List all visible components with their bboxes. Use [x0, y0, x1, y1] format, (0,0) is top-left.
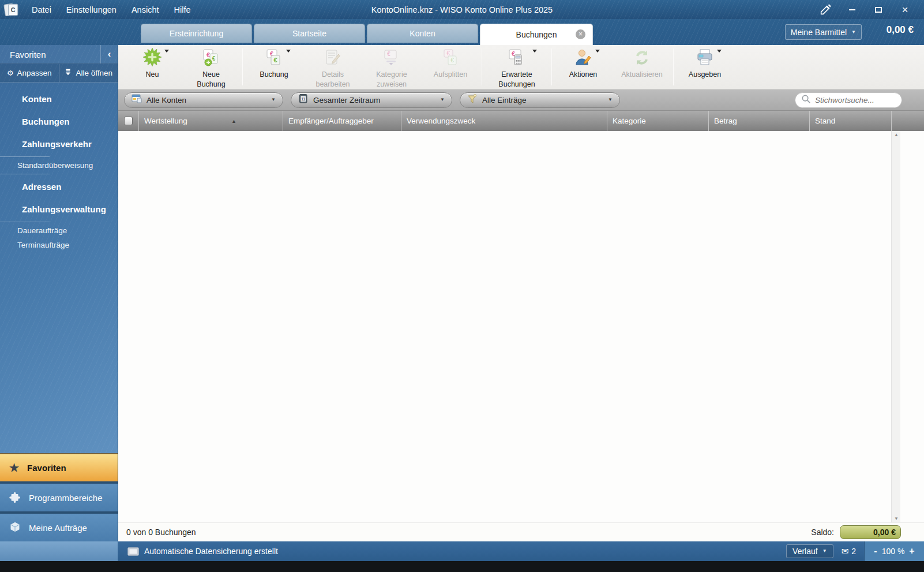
output-button[interactable]: Ausgeben — [675, 45, 734, 89]
timeframe-filter-dropdown[interactable]: 11 Gesamter Zeitraum ▼ — [291, 92, 452, 108]
minimize-button[interactable] — [839, 2, 865, 18]
print-icon — [695, 48, 715, 70]
column-filler — [891, 111, 924, 131]
sidebar-item-adressen[interactable]: Adressen — [0, 175, 118, 198]
divider — [0, 174, 50, 174]
bottom-edge-strip — [0, 561, 924, 572]
entries-filter-dropdown[interactable]: Alle Einträge ▼ — [460, 92, 620, 108]
customize-button[interactable]: ⚙ Anpassen — [0, 64, 59, 82]
sidebar-item-zahlungsverkehr[interactable]: Zahlungsverkehr — [0, 133, 118, 155]
menu-ansicht[interactable]: Ansicht — [124, 2, 167, 18]
zoom-control: - 100 % + — [864, 541, 924, 561]
chevron-down-icon: ▼ — [822, 549, 827, 554]
sidebar-item-dauerauftraege[interactable]: Daueraufträge — [0, 223, 118, 238]
dropdown-arrow-icon — [595, 50, 600, 53]
tab-konten[interactable]: Konten — [367, 24, 478, 43]
zoom-out-button[interactable]: - — [874, 546, 877, 556]
status-message: Automatische Datensicherung erstellt — [144, 547, 278, 556]
maximize-icon — [875, 7, 882, 13]
chevron-down-icon: ▼ — [608, 98, 613, 102]
menu-datei[interactable]: Datei — [24, 2, 59, 18]
star-icon: ★ — [9, 461, 19, 474]
saldo-label: Saldo: — [811, 528, 834, 537]
divider — [673, 48, 674, 85]
svg-text:€: € — [273, 57, 277, 63]
ribbon-toolbar: Neu €€ NeueBuchung €€ Buchung Detailsbea… — [118, 45, 924, 89]
filter-bar: Alle Konten ▼ 11 Gesamter Zeitraum ▼ All… — [118, 89, 924, 111]
menu-einstellungen[interactable]: Einstellungen — [59, 2, 124, 18]
dropdown-arrow-icon — [532, 50, 537, 53]
tab-ersteinrichtung[interactable]: Ersteinrichtung — [141, 24, 252, 43]
content-area: Neu €€ NeueBuchung €€ Buchung Detailsbea… — [118, 45, 924, 541]
edit-details-icon — [323, 48, 343, 70]
open-all-button[interactable]: Alle öffnen — [59, 64, 118, 82]
statusbar-main: Automatische Datensicherung erstellt Ver… — [118, 541, 924, 561]
chevron-down-icon: ▼ — [440, 98, 445, 102]
select-all-checkbox[interactable] — [118, 111, 138, 131]
sidebar-item-terminauftraege[interactable]: Terminaufträge — [0, 238, 118, 252]
booking-icon: €€ — [264, 48, 284, 70]
tab-buchungen[interactable]: Buchungen × — [480, 24, 593, 45]
tab-close-icon[interactable]: × — [576, 29, 585, 39]
nav-programmbereiche-label: Programmbereiche — [29, 493, 103, 503]
sidebar-bottom-nav: ★ Favoriten Programmbereiche Meine Auftr… — [0, 453, 118, 541]
new-booking-button[interactable]: €€ NeueBuchung — [182, 45, 241, 89]
sidebar-item-zahlungsverwaltung[interactable]: Zahlungsverwaltung — [0, 198, 118, 220]
account-balance: 0,00 € — [887, 24, 914, 36]
entries-filter-icon — [467, 94, 478, 106]
search-input[interactable] — [815, 96, 896, 104]
table-body-empty — [118, 131, 924, 522]
divider — [551, 48, 552, 85]
maximize-button[interactable] — [865, 2, 892, 18]
close-button[interactable]: × — [892, 2, 918, 18]
history-dropdown[interactable]: Verlauf ▼ — [786, 544, 833, 558]
column-wertstellung[interactable]: Wertstellung ▲ — [138, 111, 283, 131]
tab-startseite[interactable]: Startseite — [254, 24, 365, 43]
column-verwendungszweck[interactable]: Verwendungszweck — [401, 111, 607, 131]
split-button: €€ Aufsplitten — [421, 45, 480, 89]
scroll-up-icon[interactable]: ▲ — [892, 132, 901, 137]
edit-pencil-button[interactable] — [812, 2, 839, 18]
sidebar-item-buchungen[interactable]: Buchungen — [0, 110, 118, 133]
nav-programmbereiche[interactable]: Programmbereiche — [0, 481, 118, 511]
status-bar: Automatische Datensicherung erstellt Ver… — [0, 541, 924, 561]
chevron-down-icon: ▼ — [851, 30, 856, 35]
booking-button[interactable]: €€ Buchung — [245, 45, 303, 89]
nav-meine-auftraege[interactable]: Meine Aufträge — [0, 511, 118, 541]
menu-hilfe[interactable]: Hilfe — [167, 2, 198, 18]
column-stand[interactable]: Stand — [809, 111, 891, 131]
nav-favoriten-label: Favoriten — [27, 463, 66, 473]
actions-button[interactable]: Aktionen — [554, 45, 613, 89]
account-selector[interactable]: Meine Barmittel ▼ — [785, 24, 862, 40]
close-icon: × — [902, 4, 908, 15]
sidebar-item-standardueberweisung[interactable]: Standardüberweisung — [0, 158, 118, 173]
search-box[interactable] — [795, 92, 902, 108]
new-button[interactable]: Neu — [123, 45, 182, 89]
content-footer: 0 von 0 Buchungen Saldo: 0,00 € — [118, 522, 924, 541]
expected-bookings-button[interactable]: € ErwarteteBuchungen — [484, 45, 550, 89]
column-kategorie[interactable]: Kategorie — [607, 111, 708, 131]
statusbar-sidebar-fill — [0, 541, 118, 561]
open-all-label: Alle öffnen — [76, 69, 112, 77]
search-icon — [801, 94, 811, 106]
divider — [0, 222, 50, 222]
nav-favoriten[interactable]: ★ Favoriten — [0, 453, 118, 481]
scroll-down-icon[interactable]: ▼ — [892, 516, 901, 521]
sidebar-item-konten[interactable]: Konten — [0, 88, 118, 110]
booking-count: 0 von 0 Buchungen — [126, 528, 196, 537]
messages-indicator[interactable]: ✉ 2 — [842, 546, 856, 556]
column-betrag[interactable]: Betrag — [708, 111, 809, 131]
zoom-in-button[interactable]: + — [909, 546, 914, 556]
account-selector-label: Meine Barmittel — [791, 28, 847, 37]
sidebar-collapse-button[interactable]: ‹ — [100, 45, 118, 63]
vertical-scrollbar[interactable]: ▲ ▼ — [891, 131, 900, 522]
dropdown-arrow-icon — [164, 50, 169, 53]
column-empfaenger[interactable]: Empfänger/Auftraggeber — [283, 111, 401, 131]
window-controls: × — [812, 0, 918, 19]
table-header: Wertstellung ▲ Empfänger/Auftraggeber Ve… — [118, 111, 924, 131]
assign-category-icon: € — [382, 48, 401, 70]
accounts-filter-dropdown[interactable]: Alle Konten ▼ — [124, 92, 283, 108]
svg-text:€: € — [212, 55, 216, 62]
envelope-icon: ✉ — [842, 546, 849, 556]
svg-text:€: € — [446, 50, 450, 57]
